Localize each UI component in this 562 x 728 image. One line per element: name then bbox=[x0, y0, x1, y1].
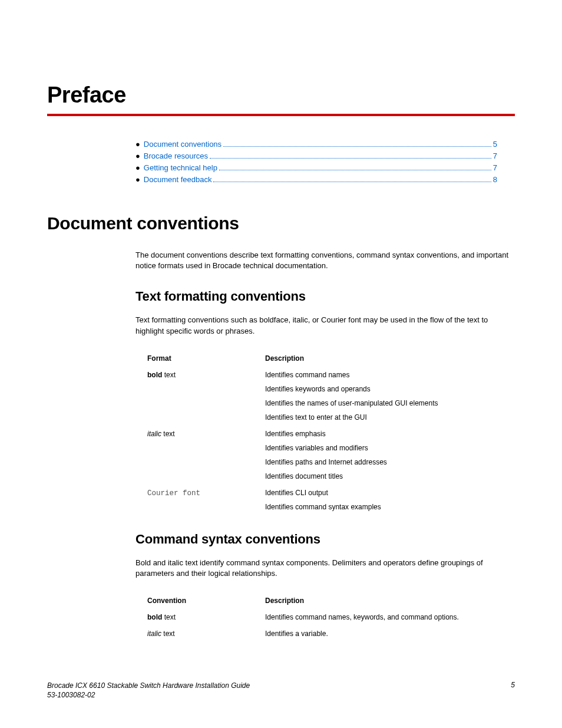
toc-link[interactable]: Document feedback bbox=[144, 175, 212, 184]
footer-page-number: 5 bbox=[511, 681, 515, 700]
sub1-intro: Text formatting conventions such as bold… bbox=[135, 315, 515, 336]
subheading-command-syntax: Command syntax conventions bbox=[135, 532, 515, 547]
description-cell: Identifies CLI outputIdentifies command … bbox=[265, 489, 515, 511]
description-line: Identifies variables and modifiers bbox=[265, 444, 515, 452]
table-row: italic textIdentifies emphasisIdentifies… bbox=[147, 430, 515, 480]
table-row: italic textIdentifies a variable. bbox=[147, 630, 515, 638]
format-cell: bold text bbox=[147, 613, 265, 621]
format-plain: text bbox=[162, 613, 176, 621]
description-cell: Identifies command namesIdentifies keywo… bbox=[265, 371, 515, 421]
format-plain: text bbox=[162, 371, 176, 379]
bullet-icon: ● bbox=[135, 163, 140, 172]
toc-row: ●Getting technical help7 bbox=[135, 163, 497, 172]
footer-doc-number: 53-1003082-02 bbox=[47, 690, 250, 700]
format-styled: bold bbox=[147, 371, 162, 379]
bullet-icon: ● bbox=[135, 151, 140, 160]
toc-leader-dots bbox=[219, 170, 491, 170]
section-heading-document-conventions: Document conventions bbox=[47, 213, 515, 233]
description-line: Identifies command names, keywords, and … bbox=[265, 613, 515, 621]
table-row: bold textIdentifies command namesIdentif… bbox=[147, 371, 515, 421]
description-line: Identifies a variable. bbox=[265, 630, 515, 638]
format-cell: italic text bbox=[147, 430, 265, 438]
table-row: Courier fontIdentifies CLI outputIdentif… bbox=[147, 489, 515, 511]
table-row: bold textIdentifies command names, keywo… bbox=[147, 613, 515, 621]
format-cell: bold text bbox=[147, 371, 265, 379]
toc-link[interactable]: Document conventions bbox=[144, 140, 222, 149]
toc-leader-dots bbox=[223, 146, 491, 147]
format-styled: italic bbox=[147, 630, 161, 638]
toc-row: ●Brocade resources7 bbox=[135, 151, 497, 160]
title-rule bbox=[47, 114, 515, 116]
toc-link[interactable]: Brocade resources bbox=[144, 151, 208, 160]
description-line: Identifies CLI output bbox=[265, 489, 515, 497]
section-intro: The document conventions describe text f… bbox=[135, 250, 515, 271]
toc-page-link[interactable]: 5 bbox=[493, 140, 497, 149]
toc-page-link[interactable]: 7 bbox=[493, 151, 497, 160]
description-line: Identifies the names of user-manipulated… bbox=[265, 399, 515, 407]
table-of-contents: ●Document conventions5●Brocade resources… bbox=[135, 140, 497, 184]
description-cell: Identifies emphasisIdentifies variables … bbox=[265, 430, 515, 480]
toc-link[interactable]: Getting technical help bbox=[144, 163, 217, 172]
description-line: Identifies command syntax examples bbox=[265, 503, 515, 511]
sub2-intro: Bold and italic text identify command sy… bbox=[135, 558, 515, 579]
bullet-icon: ● bbox=[135, 140, 140, 149]
format-plain: text bbox=[161, 430, 175, 438]
toc-row: ●Document feedback8 bbox=[135, 175, 497, 184]
table-header-row: Format Description bbox=[147, 354, 515, 363]
subheading-text-formatting: Text formatting conventions bbox=[135, 289, 515, 304]
footer-left: Brocade ICX 6610 Stackable Switch Hardwa… bbox=[47, 681, 250, 700]
page-footer: Brocade ICX 6610 Stackable Switch Hardwa… bbox=[47, 681, 515, 700]
th-format: Format bbox=[147, 354, 265, 363]
format-styled: italic bbox=[147, 430, 161, 438]
command-syntax-table: Convention Description bold textIdentifi… bbox=[147, 597, 515, 638]
description-line: Identifies emphasis bbox=[265, 430, 515, 438]
format-styled: bold bbox=[147, 613, 162, 621]
description-line: Identifies text to enter at the GUI bbox=[265, 413, 515, 421]
format-styled: Courier font bbox=[147, 489, 200, 498]
footer-doc-title: Brocade ICX 6610 Stackable Switch Hardwa… bbox=[47, 681, 250, 690]
page-title: Preface bbox=[47, 83, 515, 108]
text-formatting-table: Format Description bold textIdentifies c… bbox=[147, 354, 515, 511]
th-description: Description bbox=[265, 597, 515, 605]
th-description: Description bbox=[265, 354, 515, 363]
description-cell: Identifies command names, keywords, and … bbox=[265, 613, 515, 621]
table-header-row: Convention Description bbox=[147, 597, 515, 605]
toc-page-link[interactable]: 8 bbox=[493, 175, 497, 184]
format-cell: Courier font bbox=[147, 489, 265, 498]
toc-leader-dots bbox=[210, 158, 491, 159]
toc-leader-dots bbox=[213, 182, 491, 182]
description-line: Identifies keywords and operands bbox=[265, 385, 515, 393]
description-line: Identifies command names bbox=[265, 371, 515, 379]
description-cell: Identifies a variable. bbox=[265, 630, 515, 638]
toc-page-link[interactable]: 7 bbox=[493, 163, 497, 172]
description-line: Identifies paths and Internet addresses bbox=[265, 458, 515, 466]
format-plain: text bbox=[161, 630, 175, 638]
format-cell: italic text bbox=[147, 630, 265, 638]
description-line: Identifies document titles bbox=[265, 472, 515, 480]
th-convention: Convention bbox=[147, 597, 265, 605]
bullet-icon: ● bbox=[135, 175, 140, 184]
toc-row: ●Document conventions5 bbox=[135, 140, 497, 149]
